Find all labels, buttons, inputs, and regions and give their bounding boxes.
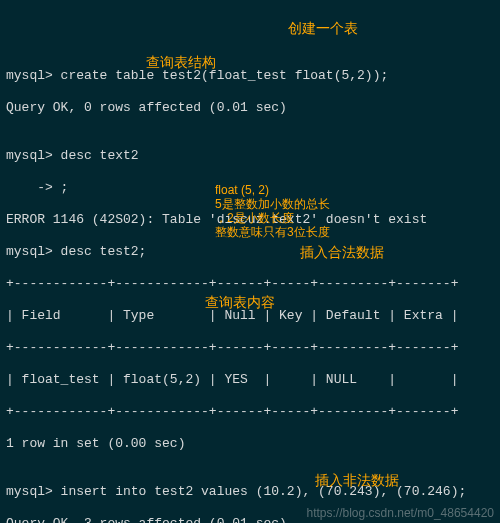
annotation-insert-legal: 插入合法数据: [300, 244, 384, 260]
annotation-select: 查询表内容: [205, 294, 275, 310]
annotation-desc-table: 查询表结构: [146, 54, 216, 70]
terminal-line: 1 row in set (0.00 sec): [6, 436, 494, 452]
terminal-line: mysql> insert into test2 values (10.2), …: [6, 484, 494, 500]
terminal-line: mysql> create table test2(float_test flo…: [6, 68, 494, 84]
annotation-float-line4: 整数意味只有3位长度: [215, 224, 330, 240]
watermark: https://blog.csdn.net/m0_48654420: [307, 505, 494, 521]
terminal-line: Query OK, 0 rows affected (0.01 sec): [6, 100, 494, 116]
terminal-line: +------------+------------+------+-----+…: [6, 340, 494, 356]
annotation-create-table: 创建一个表: [288, 20, 358, 36]
terminal-line: mysql> desc text2: [6, 148, 494, 164]
terminal-line: | Field | Type | Null | Key | Default | …: [6, 308, 494, 324]
terminal-line: mysql> desc test2;: [6, 244, 494, 260]
terminal-line: | float_test | float(5,2) | YES | | NULL…: [6, 372, 494, 388]
terminal-line: +------------+------------+------+-----+…: [6, 276, 494, 292]
terminal-line: +------------+------------+------+-----+…: [6, 404, 494, 420]
annotation-insert-illegal: 插入非法数据: [315, 472, 399, 488]
